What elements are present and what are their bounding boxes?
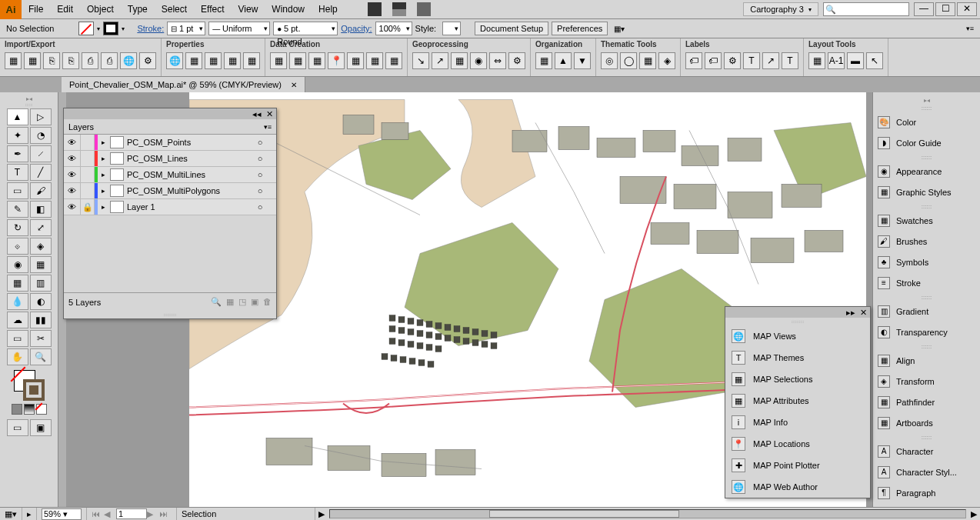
menu-type[interactable]: Type bbox=[121, 4, 155, 15]
panel-character[interactable]: ACharacter bbox=[873, 441, 980, 462]
slice-tool[interactable]: ✂ bbox=[30, 330, 52, 347]
search-input[interactable]: 🔍 bbox=[823, 2, 909, 16]
collapse-icon[interactable]: ▾≡ bbox=[966, 25, 974, 32]
locate-layer-icon[interactable]: 🔍 bbox=[211, 297, 222, 307]
close-tab-icon[interactable]: ✕ bbox=[291, 81, 297, 89]
tool-button[interactable]: ⎘ bbox=[43, 52, 60, 69]
layer-row[interactable]: 👁 🔒 ▸ Layer 1 ○ bbox=[64, 199, 276, 215]
panel-swatches[interactable]: ▦Swatches bbox=[873, 210, 980, 231]
map-panel-close-icon[interactable]: ✕ bbox=[860, 308, 867, 318]
new-sublayer-icon[interactable]: ◳ bbox=[238, 297, 246, 307]
hand-tool[interactable]: ✋ bbox=[7, 348, 28, 365]
new-layer-icon[interactable]: ▣ bbox=[251, 297, 258, 307]
map-panel-item[interactable]: 🌐MAP Views bbox=[725, 325, 870, 347]
preferences-button[interactable]: Preferences bbox=[552, 22, 608, 35]
document-tab[interactable]: Point_Chevalier_OSM_Map.ai* @ 59% (CMYK/… bbox=[62, 77, 305, 92]
make-clip-icon[interactable]: ▦ bbox=[226, 297, 234, 307]
panel-symbols[interactable]: ♣Symbols bbox=[873, 252, 980, 272]
tool-button[interactable]: ⚙ bbox=[508, 52, 525, 69]
lasso-tool[interactable]: ◔ bbox=[30, 127, 52, 144]
menu-effect[interactable]: Effect bbox=[194, 4, 231, 15]
curvature-tool[interactable]: ⟋ bbox=[30, 145, 52, 162]
free-transform-tool[interactable]: ◈ bbox=[30, 238, 52, 255]
map-panel-item[interactable]: 🌐MAP Web Author bbox=[725, 476, 870, 498]
opacity-label[interactable]: Opacity: bbox=[341, 24, 372, 33]
tool-button[interactable]: ▦ bbox=[5, 52, 22, 69]
panel-paragraph[interactable]: ¶Paragraph bbox=[873, 482, 980, 503]
panel-character-styl-[interactable]: ACharacter Styl... bbox=[873, 462, 980, 482]
minimize-button[interactable]: — bbox=[914, 2, 934, 16]
pen-tool[interactable]: ✒ bbox=[7, 145, 28, 162]
map-panel-item[interactable]: iMAP Info bbox=[725, 412, 870, 433]
document-setup-button[interactable]: Document Setup bbox=[475, 22, 548, 35]
screen-mode-full[interactable]: ▣ bbox=[30, 419, 52, 436]
visibility-toggle[interactable]: 👁 bbox=[64, 183, 81, 198]
tool-button[interactable]: ▦ bbox=[347, 52, 364, 69]
tool-button[interactable]: ⇔ bbox=[489, 52, 506, 69]
tool-button[interactable]: 🏷 bbox=[685, 52, 702, 69]
stroke-label[interactable]: Stroke: bbox=[137, 24, 164, 33]
layers-tab-label[interactable]: Layers bbox=[68, 122, 94, 132]
target-icon[interactable]: ○ bbox=[253, 170, 267, 179]
shape-builder-tool[interactable]: ◉ bbox=[7, 256, 28, 273]
panel-color[interactable]: 🎨Color bbox=[873, 112, 980, 132]
panel-close-icon[interactable]: ✕ bbox=[266, 109, 273, 119]
panel-graphic-styles[interactable]: ▦Graphic Styles bbox=[873, 182, 980, 202]
graph-tool[interactable]: ▮▮ bbox=[30, 312, 52, 328]
visibility-toggle[interactable]: 👁 bbox=[64, 199, 81, 215]
layer-name-label[interactable]: PC_OSM_Lines bbox=[125, 154, 253, 163]
tool-button[interactable]: ▲ bbox=[555, 52, 572, 69]
tool-button[interactable]: ▼ bbox=[574, 52, 591, 69]
menu-window[interactable]: Window bbox=[265, 4, 312, 15]
tool-button[interactable]: ⚙ bbox=[724, 52, 741, 69]
panel-artboards[interactable]: ▦Artboards bbox=[873, 412, 980, 433]
map-panel-item[interactable]: 📍MAP Locations bbox=[725, 433, 870, 455]
screen-mode-normal[interactable]: ▭ bbox=[7, 419, 28, 436]
align-menu-icon[interactable]: ▦▾ bbox=[614, 25, 629, 33]
mesh-tool[interactable]: ▦ bbox=[7, 275, 28, 292]
expand-toggle[interactable]: ▸ bbox=[98, 203, 108, 211]
panel-appearance[interactable]: ◉Appearance bbox=[873, 161, 980, 182]
visibility-toggle[interactable]: 👁 bbox=[64, 167, 81, 182]
stroke-swatch[interactable] bbox=[103, 22, 118, 35]
scale-tool[interactable]: ⤢ bbox=[30, 219, 52, 236]
map-panel-item[interactable]: ▦MAP Attributes bbox=[725, 390, 870, 412]
selection-tool[interactable]: ▲ bbox=[7, 108, 28, 125]
tool-button[interactable]: ▦ bbox=[289, 52, 306, 69]
stroke-weight-input[interactable]: ⊟ 1 pt bbox=[167, 22, 205, 35]
tool-button[interactable]: ◉ bbox=[470, 52, 487, 69]
expand-toggle[interactable]: ▸ bbox=[98, 187, 108, 195]
target-icon[interactable]: ○ bbox=[253, 202, 267, 212]
paintbrush-tool[interactable]: 🖌 bbox=[30, 182, 52, 199]
map-panel-item[interactable]: ▦MAP Selections bbox=[725, 368, 870, 390]
lock-toggle[interactable] bbox=[81, 151, 95, 166]
tool-button[interactable]: ⎙ bbox=[101, 52, 118, 69]
page-input[interactable]: 1 bbox=[116, 508, 147, 519]
tool-button[interactable]: ⎘ bbox=[62, 52, 79, 69]
tool-button[interactable]: ↖ bbox=[866, 52, 883, 69]
tool-button[interactable]: ◈ bbox=[658, 52, 675, 69]
doc-icon[interactable]: ▸ bbox=[22, 508, 37, 520]
tool-button[interactable]: ▦ bbox=[808, 52, 825, 69]
lock-toggle[interactable] bbox=[81, 183, 95, 198]
perspective-tool[interactable]: ▦ bbox=[30, 256, 52, 273]
panel-gradient[interactable]: ▥Gradient bbox=[873, 301, 980, 322]
map-panel[interactable]: ▸▸✕ :::::::::: 🌐MAP ViewsTMAP Themes▦MAP… bbox=[725, 306, 871, 498]
arrange-icon[interactable] bbox=[392, 2, 406, 16]
panel-transparency[interactable]: ◐Transparency bbox=[873, 322, 980, 342]
status-expand-icon[interactable]: ▶ bbox=[315, 509, 328, 519]
gpu-icon[interactable] bbox=[417, 2, 431, 16]
layer-row[interactable]: 👁 ▸ PC_OSM_MultiPolygons ○ bbox=[64, 183, 276, 199]
lock-toggle[interactable]: 🔒 bbox=[81, 199, 95, 215]
map-panel-collapse-icon[interactable]: ▸▸ bbox=[846, 308, 855, 318]
tool-button[interactable]: ▦ bbox=[308, 52, 325, 69]
pencil-tool[interactable]: ✎ bbox=[7, 201, 28, 218]
tool-button[interactable]: 🌐 bbox=[166, 52, 183, 69]
target-icon[interactable]: ○ bbox=[253, 154, 267, 163]
layer-row[interactable]: 👁 ▸ PC_OSM_MultiLines ○ bbox=[64, 167, 276, 183]
tool-button[interactable]: ▦ bbox=[385, 52, 402, 69]
workspace-switcher[interactable]: Cartography 3▾ bbox=[743, 2, 818, 16]
view-icon[interactable]: ▦▾ bbox=[0, 508, 22, 520]
tool-button[interactable]: ↘ bbox=[412, 52, 429, 69]
panel-brushes[interactable]: 🖌Brushes bbox=[873, 231, 980, 252]
